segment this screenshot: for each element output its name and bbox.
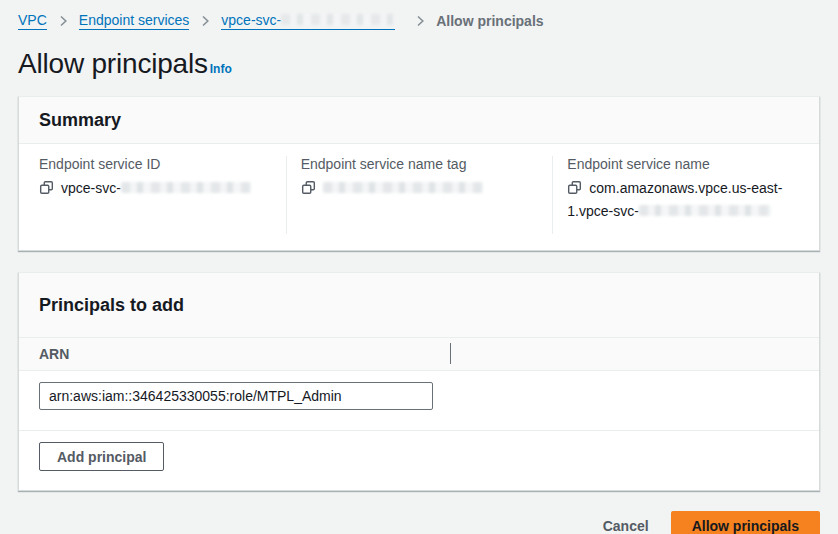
summary-field-endpoint-service-name-tag: Endpoint service name tag [286,156,553,234]
summary-title: Summary [39,110,799,131]
principals-title: Principals to add [39,295,799,316]
field-value: vpce-svc- [39,178,272,201]
form-actions: Cancel Allow principals [18,511,820,534]
cancel-button[interactable]: Cancel [599,511,653,534]
column-resize-handle[interactable] [450,343,451,364]
field-label: Endpoint service ID [39,156,272,172]
copy-icon[interactable] [567,180,582,201]
allow-principals-page: VPC Endpoint services vpce-svc- Allow pr… [0,0,838,534]
chevron-right-icon [56,13,70,29]
field-value: com.amazonaws.vpce.us-east-1.vpce-svc- [567,178,805,222]
principals-card-header: Principals to add [19,273,819,338]
summary-body: Endpoint service ID vpce-svc- Endpoint s… [19,144,819,250]
chevron-right-icon [413,13,427,29]
breadcrumb-link-endpoint-service-id[interactable]: vpce-svc- [221,12,395,30]
summary-card: Summary Endpoint service ID vpce-svc- En… [18,96,820,251]
arn-table-header-row: ARN [19,338,819,371]
principals-card-footer: Add principal [19,431,819,490]
breadcrumb: VPC Endpoint services vpce-svc- Allow pr… [18,10,820,32]
copy-icon[interactable] [301,180,316,201]
field-label: Endpoint service name [567,156,805,172]
add-principal-button[interactable]: Add principal [39,442,164,471]
page-title: Allow principals [18,48,208,80]
field-value [301,178,539,201]
summary-card-header: Summary [19,97,819,144]
redacted-text [639,205,771,216]
breadcrumb-link-endpoint-services[interactable]: Endpoint services [79,12,190,30]
info-link[interactable]: Info [210,62,232,80]
redacted-text [323,182,483,193]
principals-to-add-card: Principals to add ARN Add principal [18,272,820,491]
breadcrumb-link-vpc[interactable]: VPC [18,12,47,30]
copy-icon[interactable] [39,180,54,201]
chevron-right-icon [198,13,212,29]
breadcrumb-current-page: Allow principals [436,13,543,29]
field-value-text: vpce-svc- [61,180,121,196]
summary-field-endpoint-service-id: Endpoint service ID vpce-svc- [19,156,286,234]
breadcrumb-service-id-prefix: vpce-svc- [221,12,281,28]
arn-table-row [19,371,819,431]
redacted-text [121,182,251,193]
arn-input[interactable] [39,382,433,410]
summary-field-endpoint-service-name: Endpoint service name com.amazonaws.vpce… [552,156,819,234]
allow-principals-button[interactable]: Allow principals [671,511,820,534]
page-header: Allow principals Info [18,48,820,80]
field-label: Endpoint service name tag [301,156,539,172]
redacted-text [281,14,395,25]
arn-column-header: ARN [39,346,69,362]
